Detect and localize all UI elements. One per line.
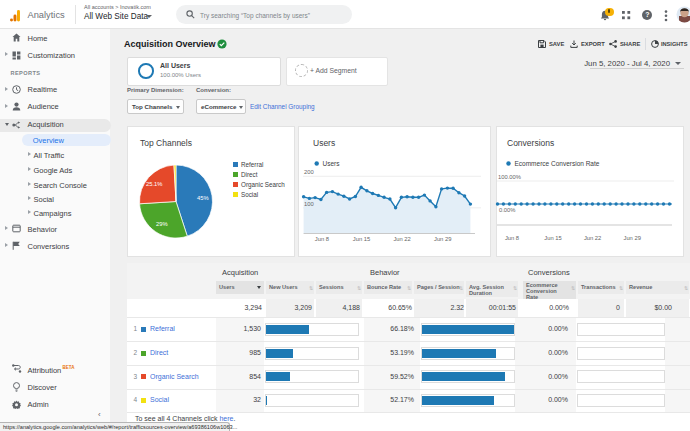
svg-text:29%: 29% [156,221,168,227]
svg-text:Social: Social [241,191,258,198]
svg-text:100.00%: 100.00% [498,174,521,180]
svg-text:Jun 8: Jun 8 [505,235,519,241]
svg-text:Jun 8: Jun 8 [315,236,329,242]
svg-text:Jun 15: Jun 15 [544,235,561,241]
svg-text:Direct: Direct [241,171,258,178]
svg-text:0.00%: 0.00% [499,207,515,213]
svg-text:Jun 22: Jun 22 [584,235,601,241]
svg-text:200: 200 [304,169,314,175]
svg-text:25.1%: 25.1% [146,181,162,187]
svg-text:Users: Users [323,160,341,167]
svg-text:Jun 22: Jun 22 [393,236,410,242]
svg-text:Referral: Referral [241,161,263,168]
svg-text:Organic Search: Organic Search [241,181,285,189]
svg-text:100: 100 [304,201,314,207]
svg-text:Ecommerce Conversion Rate: Ecommerce Conversion Rate [515,160,600,167]
svg-text:Jun 29: Jun 29 [434,236,451,242]
svg-text:Jun 29: Jun 29 [623,235,640,241]
svg-text:Jun 15: Jun 15 [353,236,370,242]
svg-text:45%: 45% [197,195,209,201]
